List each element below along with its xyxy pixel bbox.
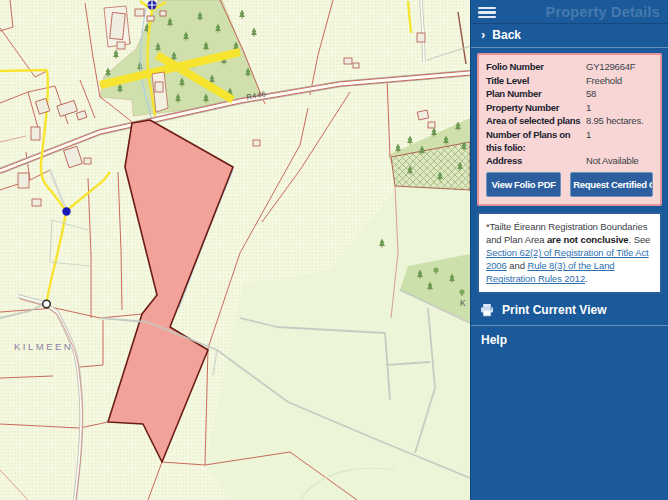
map-canvas[interactable]: R446 KILMEEN K bbox=[0, 0, 470, 500]
info-row-folio-number: Folio Number GY129664F bbox=[486, 60, 653, 73]
property-details-panel: Property Details › Back Folio Number GY1… bbox=[470, 0, 668, 500]
info-row-title-level: Title Level Freehold bbox=[486, 74, 653, 87]
info-value: 1 bbox=[586, 101, 591, 114]
info-row-property-number: Property Number 1 bbox=[486, 101, 653, 114]
info-row-plan-count: Number of Plans on this folio: 1 bbox=[486, 128, 653, 154]
help-link[interactable]: Help bbox=[471, 326, 668, 354]
help-label: Help bbox=[481, 333, 507, 347]
info-value: 8.95 hectares. bbox=[586, 114, 643, 127]
disclaimer-bold: are not conclusive bbox=[547, 234, 629, 245]
chevron-right-icon: › bbox=[481, 29, 485, 41]
folio-info-box: Folio Number GY129664F Title Level Freeh… bbox=[477, 53, 662, 206]
info-row-address: Address Not Available bbox=[486, 154, 653, 167]
info-value: 58 bbox=[586, 87, 596, 100]
info-label: Number of Plans on this folio: bbox=[486, 128, 586, 154]
request-certified-copy-button[interactable]: Request Certified Copy bbox=[570, 172, 653, 197]
info-row-area: Area of selected plans 8.95 hectares. bbox=[486, 114, 653, 127]
info-label: Plan Number bbox=[486, 87, 586, 100]
info-value: GY129664F bbox=[586, 60, 635, 73]
church-icon bbox=[148, 1, 157, 10]
printer-icon bbox=[480, 303, 494, 317]
folio-actions: View Folio PDF Request Certified Copy bbox=[486, 172, 653, 197]
disclaimer-text: . bbox=[585, 273, 588, 284]
panel-title: Property Details bbox=[546, 4, 660, 20]
back-button[interactable]: › Back bbox=[471, 24, 668, 48]
disclaimer-note: *Tailte Éireann Registration Boundaries … bbox=[477, 212, 662, 294]
info-label: Folio Number bbox=[486, 60, 586, 73]
back-label: Back bbox=[492, 28, 521, 42]
menu-icon[interactable] bbox=[478, 6, 496, 19]
info-value: 1 bbox=[586, 128, 591, 154]
info-label: Property Number bbox=[486, 101, 586, 114]
view-folio-pdf-button[interactable]: View Folio PDF bbox=[486, 172, 561, 197]
info-row-plan-number: Plan Number 58 bbox=[486, 87, 653, 100]
disclaimer-text: . See bbox=[629, 234, 651, 245]
land-registry-map-viewer: R446 KILMEEN K Property Details › Back F… bbox=[0, 0, 668, 500]
info-label: Address bbox=[486, 154, 586, 167]
print-current-view-button[interactable]: Print Current View bbox=[471, 294, 668, 325]
info-label: Area of selected plans bbox=[486, 114, 586, 127]
townland-label-partial: K bbox=[460, 298, 468, 308]
info-value: Freehold bbox=[586, 74, 622, 87]
disclaimer-text: and bbox=[507, 260, 528, 271]
panel-header: Property Details bbox=[471, 0, 668, 24]
blue-dot-marker bbox=[62, 207, 70, 215]
info-value: Not Available bbox=[586, 154, 639, 167]
well-circle-marker bbox=[43, 300, 51, 308]
print-label: Print Current View bbox=[502, 303, 606, 317]
info-label: Title Level bbox=[486, 74, 586, 87]
townland-label: KILMEEN bbox=[14, 341, 73, 352]
